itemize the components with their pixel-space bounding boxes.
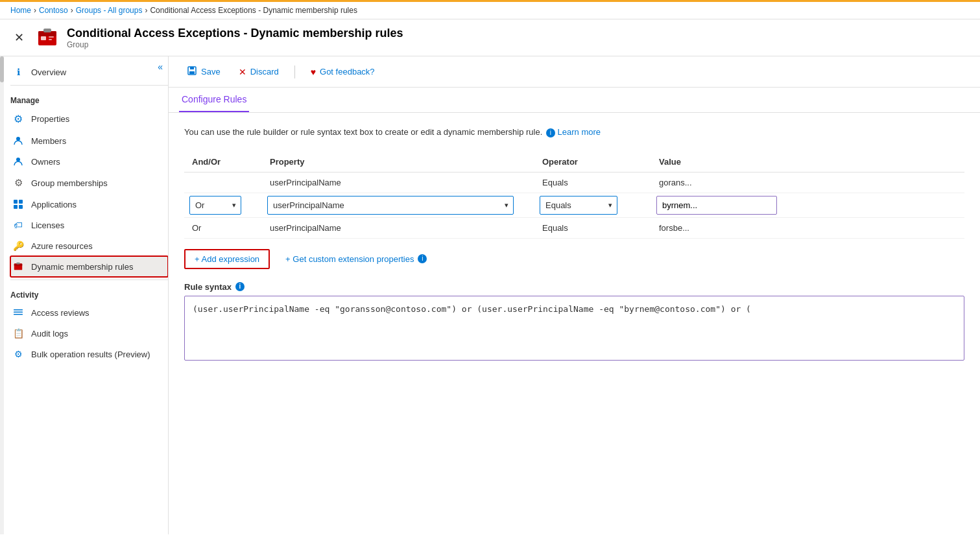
svg-rect-19 bbox=[190, 67, 194, 69]
sidebar-item-overview[interactable]: ℹ Overview bbox=[10, 62, 168, 82]
app-title: Conditional Access Exceptions - Dynamic … bbox=[67, 27, 403, 40]
row3-operator: Equals bbox=[534, 217, 651, 238]
sidebar-divider-manage bbox=[10, 85, 168, 86]
add-expression-button[interactable]: + Add expression bbox=[184, 249, 270, 269]
row3-value: forsbe... bbox=[651, 217, 964, 238]
toolbar-divider bbox=[294, 65, 295, 78]
add-expression-label: + Add expression bbox=[195, 254, 259, 264]
col-value: Value bbox=[651, 152, 964, 172]
scrollbar-thumb[interactable] bbox=[0, 56, 4, 82]
applications-icon bbox=[10, 199, 26, 209]
sidebar-item-members[interactable]: Members bbox=[10, 130, 168, 151]
sidebar: « ℹ Overview Manage ⚙ Properties bbox=[0, 56, 169, 534]
svg-rect-4 bbox=[49, 36, 54, 38]
info-tooltip-icon[interactable]: i bbox=[546, 128, 555, 137]
sidebar-item-licenses[interactable]: 🏷 Licenses bbox=[10, 215, 168, 235]
property-select[interactable]: userPrincipalName displayName mail depar… bbox=[267, 196, 514, 215]
app-subtitle: Group bbox=[67, 40, 403, 49]
svg-rect-11 bbox=[19, 205, 23, 209]
row2-operator-cell: Equals Not Equals Contains bbox=[534, 193, 651, 217]
members-icon bbox=[10, 136, 26, 146]
breadcrumb-home[interactable]: Home bbox=[10, 6, 31, 15]
close-button[interactable]: ✕ bbox=[10, 29, 28, 46]
discard-icon: ✕ bbox=[239, 67, 246, 77]
sidebar-collapse-button[interactable]: « bbox=[158, 62, 163, 72]
svg-rect-5 bbox=[49, 39, 52, 40]
get-custom-extension-button[interactable]: + Get custom extension properties i bbox=[285, 254, 427, 264]
svg-rect-20 bbox=[189, 71, 195, 74]
rule-syntax-section: Rule syntax i bbox=[184, 282, 964, 363]
azure-resources-icon: 🔑 bbox=[10, 241, 26, 251]
rule-syntax-info-icon[interactable]: i bbox=[235, 282, 245, 291]
info-icon: ℹ bbox=[10, 67, 26, 77]
sidebar-item-access-reviews-label: Access reviews bbox=[31, 308, 90, 318]
sidebar-item-applications-label: Applications bbox=[31, 200, 77, 209]
andor-select[interactable]: Or And bbox=[189, 196, 241, 215]
licenses-icon: 🏷 bbox=[10, 220, 26, 230]
operator-select[interactable]: Equals Not Equals Contains bbox=[540, 196, 617, 215]
breadcrumb-bar: Home › Contoso › Groups - All groups › C… bbox=[0, 0, 980, 19]
property-select-wrapper: userPrincipalName displayName mail depar… bbox=[267, 196, 514, 215]
row2-property-cell: userPrincipalName displayName mail depar… bbox=[262, 193, 534, 217]
svg-rect-16 bbox=[14, 312, 23, 313]
sidebar-activity-label: Activity bbox=[10, 283, 168, 302]
svg-rect-2 bbox=[43, 29, 51, 32]
sidebar-item-properties[interactable]: ⚙ Properties bbox=[10, 108, 168, 130]
sidebar-nav: ℹ Overview Manage ⚙ Properties Members bbox=[0, 56, 168, 370]
svg-rect-3 bbox=[41, 36, 46, 40]
group-memberships-icon: ⚙ bbox=[10, 177, 26, 189]
tab-configure-rules[interactable]: Configure Rules bbox=[179, 88, 249, 112]
sidebar-item-bulk-operations[interactable]: ⚙ Bulk operation results (Preview) bbox=[10, 344, 168, 364]
info-text: You can use the rule builder or rule syn… bbox=[184, 126, 964, 139]
dynamic-membership-icon bbox=[10, 261, 26, 272]
row1-operator: Equals bbox=[534, 172, 651, 193]
svg-rect-15 bbox=[14, 309, 23, 311]
sidebar-item-azure-resources[interactable]: 🔑 Azure resources bbox=[10, 235, 168, 256]
app-title-block: Conditional Access Exceptions - Dynamic … bbox=[67, 27, 403, 49]
row3-property: userPrincipalName bbox=[262, 217, 534, 238]
andor-select-wrapper: Or And bbox=[189, 196, 241, 215]
row1-value: gorans... bbox=[651, 172, 964, 193]
feedback-button[interactable]: ♥ Got feedback? bbox=[303, 63, 383, 81]
tab-bar: Configure Rules bbox=[169, 88, 980, 113]
discard-button[interactable]: ✕ Discard bbox=[231, 63, 287, 81]
breadcrumb-groups[interactable]: Groups - All groups bbox=[76, 6, 143, 15]
bulk-operations-icon: ⚙ bbox=[10, 349, 26, 359]
learn-more-link[interactable]: Learn more bbox=[558, 127, 601, 137]
row2-value-cell bbox=[651, 193, 964, 217]
rule-syntax-textarea[interactable] bbox=[184, 296, 964, 361]
sidebar-item-properties-label: Properties bbox=[31, 114, 69, 124]
svg-rect-8 bbox=[14, 200, 18, 204]
rule-syntax-label: Rule syntax i bbox=[184, 282, 964, 292]
sidebar-item-owners[interactable]: Owners bbox=[10, 151, 168, 172]
save-button[interactable]: Save bbox=[179, 62, 228, 82]
sidebar-item-group-memberships[interactable]: ⚙ Group memberships bbox=[10, 172, 168, 194]
svg-rect-17 bbox=[14, 314, 23, 315]
scrollbar-track[interactable] bbox=[0, 56, 4, 534]
breadcrumb-current: Conditional Access Exceptions - Dynamic … bbox=[150, 6, 357, 15]
content-area: You can use the rule builder or rule syn… bbox=[169, 113, 980, 534]
custom-info-icon[interactable]: i bbox=[418, 254, 427, 263]
row1-andor bbox=[184, 172, 262, 193]
row1-property: userPrincipalName bbox=[262, 172, 534, 193]
sidebar-item-dynamic-membership-label: Dynamic membership rules bbox=[31, 262, 134, 272]
sidebar-item-audit-logs[interactable]: 📋 Audit logs bbox=[10, 323, 168, 344]
sidebar-item-group-memberships-label: Group memberships bbox=[31, 178, 108, 188]
toolbar: Save ✕ Discard ♥ Got feedback? bbox=[169, 56, 980, 88]
sidebar-item-access-reviews[interactable]: Access reviews bbox=[10, 302, 168, 323]
save-icon bbox=[187, 65, 197, 78]
svg-rect-9 bbox=[19, 200, 23, 204]
table-row-edit: Or And userPrincipalName displayName m bbox=[184, 193, 964, 217]
row2-andor-cell: Or And bbox=[184, 193, 262, 217]
main-content: Save ✕ Discard ♥ Got feedback? Configure… bbox=[169, 56, 980, 534]
app-header: ✕ Conditional Access Exceptions - Dynami… bbox=[0, 19, 980, 56]
sidebar-item-owners-label: Owners bbox=[31, 157, 60, 167]
value-input[interactable] bbox=[656, 196, 777, 215]
table-row: Or userPrincipalName Equals forsbe... bbox=[184, 217, 964, 238]
table-row: userPrincipalName Equals gorans... bbox=[184, 172, 964, 193]
sidebar-item-applications[interactable]: Applications bbox=[10, 194, 168, 215]
sidebar-item-dynamic-membership[interactable]: Dynamic membership rules bbox=[10, 256, 168, 277]
owners-icon bbox=[10, 156, 26, 167]
breadcrumb-contoso[interactable]: Contoso bbox=[39, 6, 68, 15]
save-label: Save bbox=[201, 67, 221, 77]
